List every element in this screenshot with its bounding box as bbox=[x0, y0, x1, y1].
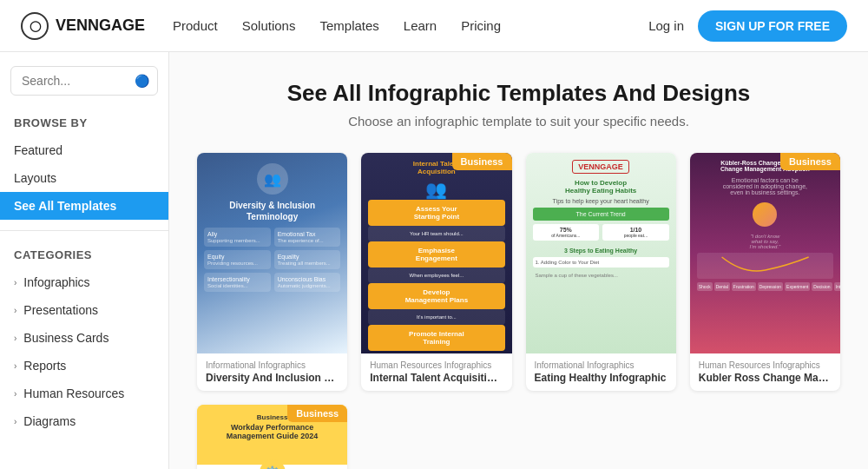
main-layout: 🔵 BROWSE BY Featured Layouts See All Tem… bbox=[0, 52, 868, 469]
template-card-workday[interactable]: Business Business Workday PerformanceMan… bbox=[197, 405, 347, 469]
cat-label-human-resources: Human Resources bbox=[23, 386, 124, 400]
stage-depression: Depression bbox=[758, 282, 783, 291]
stage-experiment: Experiment bbox=[785, 282, 810, 291]
eat-trend-section: The Current Trend bbox=[533, 208, 669, 221]
login-button[interactable]: Log in bbox=[648, 18, 684, 33]
card-name-kubler: Kubler Ross Change Manag... bbox=[699, 372, 832, 384]
diversity-title: Diversity & InclusionTerminology bbox=[229, 200, 315, 222]
sidebar-item-see-all[interactable]: See All Templates bbox=[0, 192, 168, 220]
grid-item-ally: AllySupporting members... bbox=[204, 228, 271, 247]
chevron-right-icon: › bbox=[14, 334, 16, 343]
sidebar-item-featured[interactable]: Featured bbox=[0, 136, 168, 164]
workday-icon: ⚙️ bbox=[260, 459, 286, 469]
cat-label-diagrams: Diagrams bbox=[23, 414, 76, 428]
card-thumb-talent: Internal TalentAcquisition 👥 Assess Your… bbox=[361, 153, 511, 353]
talent-section-5: DevelopManagement Plans bbox=[368, 283, 504, 309]
talent-section-3: EmphasiseEngagement bbox=[368, 241, 504, 268]
card-badge-talent: Business bbox=[452, 153, 512, 170]
page-title: See All Infographic Templates And Design… bbox=[197, 80, 840, 107]
nav-templates[interactable]: Templates bbox=[319, 18, 378, 33]
cat-label-business-cards: Business Cards bbox=[23, 331, 108, 345]
sidebar-item-layouts[interactable]: Layouts bbox=[0, 164, 168, 192]
grid-item-emotional: Emotional TaxThe experience of... bbox=[274, 228, 341, 247]
chevron-right-icon: › bbox=[14, 278, 16, 287]
logo-text: VENNGAGE bbox=[56, 17, 145, 35]
sidebar-cat-human-resources[interactable]: › Human Resources bbox=[0, 380, 168, 407]
talent-section-2: Your HR team should... bbox=[368, 226, 504, 241]
kubler-stages: Shock Denial Frustration Depression Expe… bbox=[697, 282, 833, 291]
sidebar-cat-presentations[interactable]: › Presentations bbox=[0, 296, 168, 324]
grid-item-bias: Unconscious BiasAutomatic judgments... bbox=[274, 273, 341, 292]
header: ◯ VENNGAGE Product Solutions Templates L… bbox=[0, 0, 868, 52]
card-category-talent: Human Resources Infographics bbox=[370, 360, 503, 370]
card-name-eating: Eating Healthy Infographic bbox=[535, 372, 667, 384]
template-card-talent[interactable]: Business Internal TalentAcquisition 👥 As… bbox=[361, 153, 511, 391]
stage-shock: Shock bbox=[697, 282, 713, 291]
talent-section-4: When employees feel... bbox=[368, 268, 504, 283]
stat-75: 75%of Americans... bbox=[533, 224, 600, 241]
card-name-diversity: Diversity And Inclusion Term... bbox=[206, 372, 339, 384]
chevron-right-icon: › bbox=[14, 417, 16, 426]
thumb-kubler: Kübler-Ross Change Curve forChange Manag… bbox=[690, 153, 840, 353]
stage-frustration: Frustration bbox=[732, 282, 756, 291]
nav-pricing[interactable]: Pricing bbox=[461, 18, 501, 33]
stage-denial: Denial bbox=[714, 282, 730, 291]
browse-by-title: BROWSE BY bbox=[0, 109, 168, 136]
sidebar-divider bbox=[0, 230, 168, 231]
card-thumb-diversity: 👥 Diversity & InclusionTerminology AllyS… bbox=[197, 153, 347, 353]
template-card-kubler[interactable]: Business Kübler-Ross Change Curve forCha… bbox=[690, 153, 840, 391]
talent-section-1: Assess YourStarting Point bbox=[368, 200, 504, 226]
template-card-eating[interactable]: VENNGAGE How to DevelopHealthy Eating Ha… bbox=[526, 153, 676, 391]
chevron-right-icon: › bbox=[14, 361, 16, 371]
card-category-eating: Informational Infographics bbox=[535, 360, 667, 370]
card-badge-workday: Business bbox=[287, 405, 347, 422]
sidebar-cat-business-cards[interactable]: › Business Cards bbox=[0, 324, 168, 352]
eat-stats: 75%of Americans... 1/10people eat... bbox=[533, 224, 669, 241]
sidebar-cat-infographics[interactable]: › Infographics bbox=[0, 268, 168, 296]
sidebar-cat-diagrams[interactable]: › Diagrams bbox=[0, 407, 168, 435]
nav-learn[interactable]: Learn bbox=[404, 18, 437, 33]
eat-title: How to DevelopHealthy Eating Habits bbox=[565, 179, 636, 195]
signup-button[interactable]: SIGN UP FOR FREE bbox=[698, 10, 847, 42]
search-container: 🔵 bbox=[10, 66, 158, 96]
chevron-right-icon: › bbox=[14, 389, 16, 399]
card-thumb-eating: VENNGAGE How to DevelopHealthy Eating Ha… bbox=[526, 153, 676, 353]
thumb-eating: VENNGAGE How to DevelopHealthy Eating Ha… bbox=[526, 153, 676, 353]
card-badge-kubler: Business bbox=[780, 153, 840, 170]
stage-decision: Decision bbox=[812, 282, 832, 291]
nav: Product Solutions Templates Learn Pricin… bbox=[173, 18, 621, 33]
stage-integration: Integration bbox=[834, 282, 840, 291]
content-header: See All Infographic Templates And Design… bbox=[197, 80, 840, 129]
logo[interactable]: ◯ VENNGAGE bbox=[21, 12, 145, 40]
cat-label-infographics: Infographics bbox=[23, 275, 89, 289]
diversity-grid: AllySupporting members... Emotional TaxT… bbox=[204, 228, 340, 292]
grid-item-equity: EquityProviding resources... bbox=[204, 250, 271, 269]
template-card-diversity[interactable]: 👥 Diversity & InclusionTerminology AllyS… bbox=[197, 153, 347, 391]
cat-label-reports: Reports bbox=[23, 359, 66, 373]
content: See All Infographic Templates And Design… bbox=[169, 52, 868, 469]
sidebar: 🔵 BROWSE BY Featured Layouts See All Tem… bbox=[0, 52, 169, 469]
card-info-eating: Informational Infographics Eating Health… bbox=[526, 353, 676, 391]
sidebar-cat-reports[interactable]: › Reports bbox=[0, 352, 168, 380]
card-thumb-kubler: Kübler-Ross Change Curve forChange Manag… bbox=[690, 153, 840, 353]
card-info-diversity: Informational Infographics Diversity And… bbox=[197, 353, 347, 391]
cat-label-presentations: Presentations bbox=[23, 303, 98, 317]
kubler-chart bbox=[697, 253, 833, 279]
chevron-right-icon: › bbox=[14, 306, 16, 315]
thumb-diversity: 👥 Diversity & InclusionTerminology AllyS… bbox=[197, 153, 347, 353]
page-subtitle: Choose an infographic template to suit y… bbox=[197, 114, 840, 129]
grid-item-intersectionality: IntersectionalitySocial identities... bbox=[204, 273, 271, 292]
card-category-kubler: Human Resources Infographics bbox=[699, 360, 832, 370]
nav-product[interactable]: Product bbox=[173, 18, 218, 33]
stat-1in10: 1/10people eat... bbox=[602, 224, 669, 241]
card-category-diversity: Informational Infographics bbox=[206, 360, 339, 370]
nav-solutions[interactable]: Solutions bbox=[242, 18, 296, 33]
talent-section-7: Promote InternalTraining bbox=[368, 325, 504, 351]
logo-icon: ◯ bbox=[21, 12, 49, 40]
card-info-talent: Human Resources Infographics Internal Ta… bbox=[361, 353, 511, 391]
talent-section-6: It's important to... bbox=[368, 309, 504, 325]
thumb-talent: Internal TalentAcquisition 👥 Assess Your… bbox=[361, 153, 511, 353]
grid-item-equality: EqualityTreating all members... bbox=[274, 250, 341, 269]
card-info-kubler: Human Resources Infographics Kubler Ross… bbox=[690, 353, 840, 391]
header-right: Log in SIGN UP FOR FREE bbox=[648, 10, 847, 42]
